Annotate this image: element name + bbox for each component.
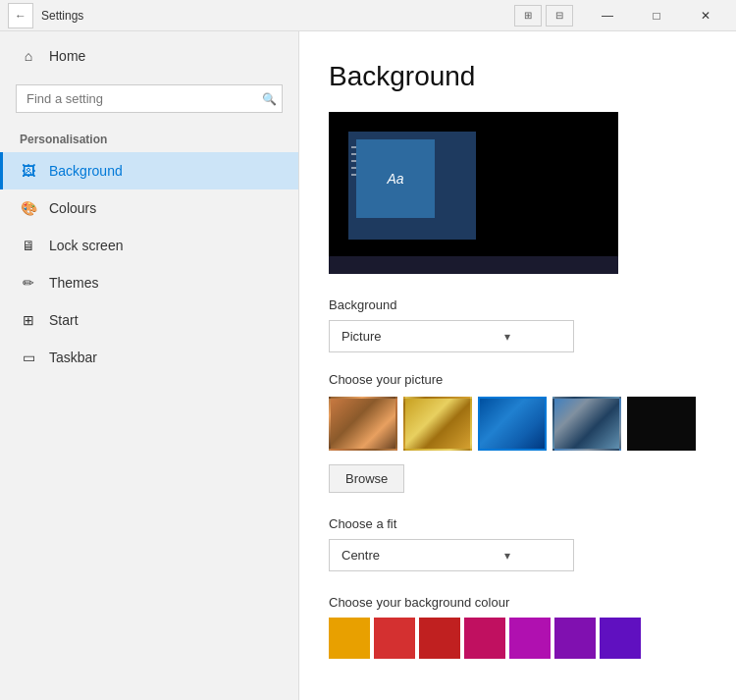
picture-thumb-3[interactable]	[478, 397, 547, 451]
picture-thumb-1[interactable]	[329, 397, 397, 451]
background-dropdown[interactable]: Picture Solid colour Slideshow	[329, 320, 574, 352]
sidebar-item-themes[interactable]: ✏ Themes	[0, 264, 298, 301]
colours-icon: 🎨	[20, 199, 37, 217]
themes-icon: ✏	[20, 274, 37, 292]
titlebar-controls: ⊞ ⊟ — □ ✕	[514, 0, 728, 31]
background-icon: 🖼	[20, 162, 37, 180]
pin-icon[interactable]: ⊟	[546, 5, 573, 27]
sidebar: ⌂ Home 🔍 Personalisation 🖼 Background 🎨 …	[0, 31, 299, 700]
sidebar-item-start[interactable]: ⊞ Start	[0, 301, 298, 339]
sidebar-item-taskbar[interactable]: ▭ Taskbar	[0, 339, 298, 376]
preview-taskbar	[329, 256, 618, 274]
back-button[interactable]: ←	[8, 3, 33, 28]
page-title: Background	[329, 61, 707, 92]
picture-thumb-5[interactable]	[627, 397, 696, 451]
network-icon[interactable]: ⊞	[514, 5, 542, 27]
fit-dropdown-wrapper: Fill Fit Stretch Tile Centre Span ▾	[329, 539, 707, 571]
color-swatch-4[interactable]	[509, 618, 551, 659]
color-swatch-3[interactable]	[464, 618, 505, 659]
minimize-button[interactable]: —	[585, 0, 630, 31]
content-area: Background Aa Background	[299, 31, 736, 700]
sidebar-section-label: Personalisation	[0, 125, 298, 152]
search-box: 🔍	[16, 84, 283, 113]
color-swatch-0[interactable]	[329, 618, 370, 659]
preview-box: Aa	[329, 112, 618, 274]
sidebar-item-home[interactable]: ⌂ Home	[0, 31, 298, 81]
preview-window-inner: Aa	[356, 139, 435, 218]
titlebar: ← Settings ⊞ ⊟ — □ ✕	[0, 0, 736, 31]
preview-window: Aa	[348, 132, 476, 240]
picture-thumb-4[interactable]	[552, 397, 621, 451]
color-swatch-2[interactable]	[419, 618, 460, 659]
color-swatch-6[interactable]	[600, 618, 641, 659]
titlebar-title: Settings	[41, 9, 83, 23]
lock-icon: 🖥	[20, 237, 37, 254]
picture-grid	[329, 397, 707, 451]
close-button[interactable]: ✕	[683, 0, 728, 31]
start-icon: ⊞	[20, 311, 37, 329]
background-field-label: Background	[329, 297, 707, 312]
choose-fit-label: Choose a fit	[329, 516, 707, 531]
home-icon: ⌂	[20, 47, 37, 65]
app-container: ⌂ Home 🔍 Personalisation 🖼 Background 🎨 …	[0, 31, 736, 700]
color-swatches	[329, 618, 707, 659]
taskbar-icon: ▭	[20, 349, 37, 366]
sidebar-item-lock-screen[interactable]: 🖥 Lock screen	[0, 227, 298, 264]
color-swatch-1[interactable]	[374, 618, 415, 659]
choose-color-label: Choose your background colour	[329, 595, 707, 610]
preview-desktop: Aa	[329, 112, 618, 274]
maximize-button[interactable]: □	[634, 0, 679, 31]
color-swatch-5[interactable]	[554, 618, 596, 659]
choose-picture-label: Choose your picture	[329, 372, 707, 387]
fit-dropdown[interactable]: Fill Fit Stretch Tile Centre Span	[329, 539, 574, 571]
titlebar-left: ← Settings	[8, 3, 83, 28]
search-input[interactable]	[16, 84, 283, 113]
picture-thumb-2[interactable]	[403, 397, 472, 451]
background-dropdown-wrapper: Picture Solid colour Slideshow ▾	[329, 320, 707, 352]
titlebar-icon-group: ⊞ ⊟	[514, 5, 573, 27]
search-icon[interactable]: 🔍	[262, 92, 277, 106]
sidebar-item-background[interactable]: 🖼 Background	[0, 152, 298, 189]
sidebar-item-colours[interactable]: 🎨 Colours	[0, 189, 298, 227]
browse-button[interactable]: Browse	[329, 464, 404, 493]
